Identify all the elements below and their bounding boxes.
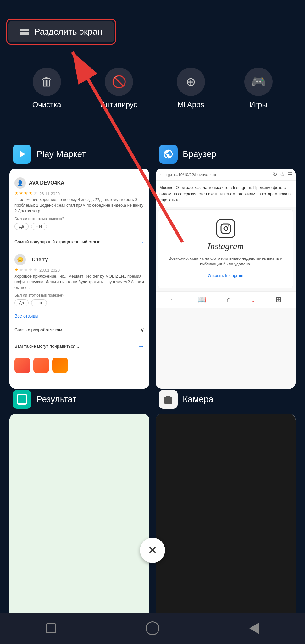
cleaner-icon: 🗑 — [33, 68, 61, 96]
review-text-2: Хорошое приложение.. но... мешает Rec de… — [14, 274, 144, 291]
helpful-yes-2[interactable]: Да — [14, 299, 29, 306]
reviewer-avatar-2: 😊 — [14, 254, 26, 265]
dev-contact-label: Связь с разработчиком — [14, 327, 62, 332]
browser-reload-icon: ↻ — [273, 171, 277, 178]
review-helpful-2: Был ли этот отзыв полезен? — [14, 293, 144, 297]
browser-home-nav[interactable]: ⌂ — [227, 296, 231, 304]
recent-apps-button[interactable] — [42, 619, 60, 638]
review-date-1: 26.11.2020 — [39, 192, 60, 196]
review-header-2: 😊 _Chérry _ ⋮ — [14, 254, 144, 265]
split-screen-button[interactable]: Разделить экран — [8, 21, 114, 42]
kamera-header: Камера — [156, 390, 296, 409]
browser-url: rg.ru...19/10/22/buzova kup — [166, 172, 270, 177]
rezultat-card-inner — [9, 414, 149, 634]
browser-card-inner: ← rg.ru...19/10/22/buzova kup ↻ ☆ ☰ Моск… — [156, 169, 296, 389]
quick-action-antivirus[interactable]: 🚫 Антивирус — [101, 68, 137, 109]
dev-contact[interactable]: Связь с разработчиком ∨ — [14, 322, 144, 338]
close-button[interactable]: ✕ — [140, 538, 165, 563]
rezultat-header: Результат — [9, 390, 149, 409]
quick-actions-row: 🗑 Очистка 🚫 Антивирус ⊕ Mi Apps 🎮 Игры — [0, 61, 305, 115]
helpful-no-2[interactable]: Нет — [31, 299, 47, 306]
kamera-name: Камера — [183, 394, 214, 404]
browser-text-content: Москве. От м рассказала только что в Ins… — [156, 181, 296, 207]
kamera-icon — [159, 390, 178, 409]
games-icon: 🎮 — [244, 68, 273, 96]
rezultat-name: Результат — [36, 394, 76, 404]
helpful-yes-1[interactable]: Да — [14, 223, 29, 230]
antivirus-label: Антивирус — [101, 100, 137, 109]
review-text-1: Приложение хорошие,но почему 4 звезды??д… — [14, 197, 144, 214]
browser-toolbar: ← rg.ru...19/10/22/buzova kup ↻ ☆ ☰ — [156, 169, 296, 181]
cleaner-label: Очистка — [32, 100, 61, 109]
instagram-wordmark: Instagram — [165, 241, 286, 251]
recommended-app-1[interactable] — [14, 358, 30, 373]
review-item-1: 👤 AVA DEVO4KA ⋮ ★★★★★ 26.11.2020 Приложе… — [14, 174, 144, 234]
browser-back-nav[interactable]: ← — [170, 296, 177, 304]
review-header-1: 👤 AVA DEVO4KA ⋮ — [14, 177, 144, 189]
popular-review[interactable]: Самый популярный отрицательный отзыв → — [14, 234, 144, 250]
kamera-content[interactable] — [156, 414, 296, 634]
split-screen-btn-wrapper: Разделить экран — [6, 19, 116, 45]
also-like-arrow: → — [138, 342, 144, 350]
browser-download-nav[interactable]: ↓ — [252, 296, 255, 304]
play-market-card: Play Маркет 👤 AVA DEVO4KA ⋮ ★★★★★ 26.11.… — [9, 145, 149, 389]
games-label: Игры — [250, 100, 268, 109]
home-icon — [146, 621, 159, 635]
review-item-2: 😊 _Chérry _ ⋮ ★★★★★ 23.01.2020 Хорошое п… — [14, 250, 144, 311]
instagram-open-link[interactable]: Открыть Instagram — [208, 273, 243, 278]
helpful-btns-1: Да Нет — [14, 223, 144, 230]
back-button[interactable] — [245, 619, 263, 638]
helpful-btns-2: Да Нет — [14, 299, 144, 306]
quick-action-miapps[interactable]: ⊕ Mi Apps — [177, 68, 205, 109]
review-more-1: ⋮ — [138, 179, 144, 187]
helpful-no-1[interactable]: Нет — [31, 223, 47, 230]
browser-bookmarks-nav[interactable]: 📖 — [197, 296, 206, 304]
play-market-icon — [13, 145, 31, 164]
review-more-2: ⋮ — [138, 256, 144, 264]
browser-icon — [159, 145, 178, 164]
stars-1: ★★★★★ — [14, 191, 37, 196]
browser-header: Браузер — [156, 145, 296, 164]
all-reviews-label: Все отзывы — [14, 314, 38, 319]
miapps-label: Mi Apps — [177, 100, 204, 109]
reviewer-name-2: _Chérry _ — [29, 257, 135, 263]
browser-card: Браузер ← rg.ru...19/10/22/buzova kup ↻ … — [156, 145, 296, 389]
also-like[interactable]: Вам также могут понравиться... → — [14, 338, 144, 354]
back-icon — [249, 623, 259, 634]
recommended-apps-row — [14, 354, 144, 376]
browser-navigation: ← 📖 ⌂ ↓ ⊞ — [156, 291, 296, 308]
review-date-2: 23.01.2020 — [39, 268, 60, 273]
bottom-navigation — [0, 613, 305, 644]
quick-action-games[interactable]: 🎮 Игры — [244, 68, 273, 109]
rezultat-icon — [13, 390, 31, 409]
svg-rect-2 — [221, 224, 230, 233]
instagram-section: Instagram Возможно, ссылка на фото или в… — [158, 209, 293, 288]
browser-tabs-nav[interactable]: ⊞ — [276, 296, 281, 304]
quick-action-cleaner[interactable]: 🗑 Очистка — [32, 68, 61, 109]
star-rating-2: ★★★★★ 23.01.2020 — [14, 267, 144, 274]
browser-name: Браузер — [183, 149, 216, 159]
review-helpful-1: Был ли этот отзыв полезен? — [14, 217, 144, 221]
play-card-inner: 👤 AVA DEVO4KA ⋮ ★★★★★ 26.11.2020 Приложе… — [9, 169, 149, 389]
split-screen-icon — [20, 29, 29, 35]
svg-point-4 — [228, 225, 229, 226]
browser-article-text: Москве. От м рассказала только что в Ins… — [159, 185, 292, 203]
reviewer-avatar-1: 👤 — [14, 177, 26, 189]
stars-2: ★★★★★ — [14, 267, 37, 272]
svg-point-3 — [224, 227, 228, 230]
split-screen-label: Разделить экран — [34, 27, 103, 37]
recommended-app-2[interactable] — [33, 358, 49, 373]
camera-card-inner — [156, 414, 296, 634]
recent-apps-icon — [46, 623, 56, 633]
kamera-card: Камера — [156, 390, 296, 634]
all-reviews[interactable]: Все отзывы — [14, 310, 144, 322]
recommended-app-3[interactable] — [52, 358, 68, 373]
miapps-icon: ⊕ — [177, 68, 205, 96]
rezultat-content[interactable] — [9, 414, 149, 634]
rezultat-inner-icon — [17, 394, 27, 405]
split-screen-area: Разделить экран — [6, 19, 299, 45]
play-market-content[interactable]: 👤 AVA DEVO4KA ⋮ ★★★★★ 26.11.2020 Приложе… — [9, 169, 149, 389]
app-cards-row2: Результат Камера — [0, 384, 305, 640]
home-button[interactable] — [143, 619, 162, 638]
browser-content[interactable]: ← rg.ru...19/10/22/buzova kup ↻ ☆ ☰ Моск… — [156, 169, 296, 389]
